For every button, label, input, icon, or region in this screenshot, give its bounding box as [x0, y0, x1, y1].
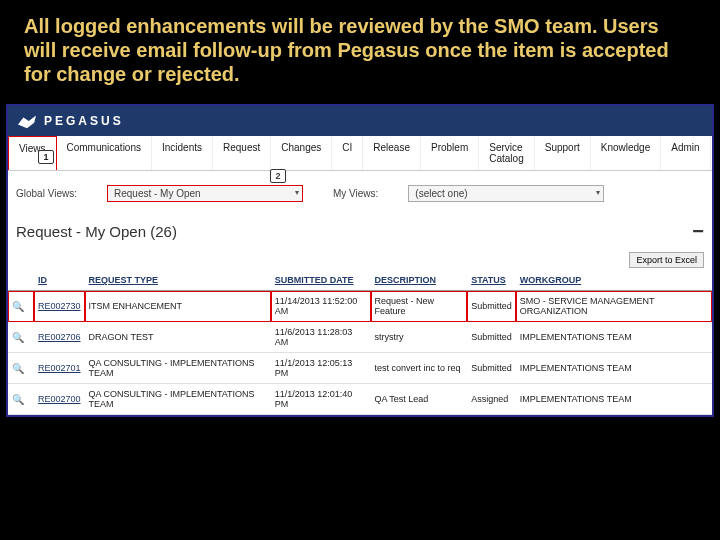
callout-1: 1: [38, 150, 54, 164]
tab-links[interactable]: Links: [711, 136, 720, 170]
export-bar: Export to Excel: [8, 247, 712, 270]
cell-type: QA CONSULTING - IMPLEMENTATIONS TEAM: [85, 384, 271, 415]
col-date[interactable]: SUBMITTED DATE: [271, 270, 371, 291]
table-row: 🔍RE002730ITSM ENHANCEMENT11/14/2013 11:5…: [8, 291, 712, 322]
section-header: Request - My Open (26) −: [8, 216, 712, 247]
collapse-icon[interactable]: −: [692, 220, 704, 243]
tab-incidents[interactable]: Incidents: [152, 136, 213, 170]
tab-request[interactable]: Request: [213, 136, 271, 170]
cell-date: 11/6/2013 11:28:03 AM: [271, 322, 371, 353]
col-status[interactable]: STATUS: [467, 270, 516, 291]
tab-support[interactable]: Support: [535, 136, 591, 170]
tab-release[interactable]: Release: [363, 136, 421, 170]
cell-workgroup: IMPLEMENTATIONS TEAM: [516, 353, 712, 384]
section-title-text: Request - My Open: [16, 223, 146, 240]
cell-desc: QA Test Lead: [371, 384, 468, 415]
request-id-link[interactable]: RE002730: [38, 301, 81, 311]
request-id-link[interactable]: RE002701: [38, 363, 81, 373]
tab-ci[interactable]: CI: [332, 136, 363, 170]
my-views-select[interactable]: (select one): [408, 185, 604, 202]
tab-knowledge[interactable]: Knowledge: [591, 136, 661, 170]
cell-workgroup: SMO - SERVICE MANAGEMENT ORGANIZATION: [516, 291, 712, 322]
pegasus-app: PEGASUS Views Communications Incidents R…: [6, 104, 714, 417]
requests-table: ID REQUEST TYPE SUBMITTED DATE DESCRIPTI…: [8, 270, 712, 415]
cell-type: QA CONSULTING - IMPLEMENTATIONS TEAM: [85, 353, 271, 384]
cell-workgroup: IMPLEMENTATIONS TEAM: [516, 384, 712, 415]
global-views-select[interactable]: Request - My Open: [107, 185, 303, 202]
callout-2: 2: [270, 169, 286, 183]
cell-status: Submitted: [467, 322, 516, 353]
request-id-link[interactable]: RE002706: [38, 332, 81, 342]
cell-type: DRAGON TEST: [85, 322, 271, 353]
tab-service-catalog[interactable]: Service Catalog: [479, 136, 534, 170]
col-id[interactable]: ID: [34, 270, 85, 291]
pegasus-logo: PEGASUS: [16, 112, 124, 130]
magnifier-icon[interactable]: 🔍: [12, 332, 24, 343]
cell-desc: test convert inc to req: [371, 353, 468, 384]
cell-status: Submitted: [467, 353, 516, 384]
table-row: 🔍RE002700QA CONSULTING - IMPLEMENTATIONS…: [8, 384, 712, 415]
col-icon: [8, 270, 34, 291]
page-description: All logged enhancements will be reviewed…: [0, 0, 720, 100]
cell-date: 11/1/2013 12:01:40 PM: [271, 384, 371, 415]
cell-desc: Request - New Feature: [371, 291, 468, 322]
global-views-label: Global Views:: [16, 188, 77, 199]
tab-problem[interactable]: Problem: [421, 136, 479, 170]
cell-type: ITSM ENHANCEMENT: [85, 291, 271, 322]
pegasus-icon: [16, 112, 38, 130]
cell-date: 11/14/2013 11:52:00 AM: [271, 291, 371, 322]
cell-desc: strystry: [371, 322, 468, 353]
cell-status: Assigned: [467, 384, 516, 415]
magnifier-icon[interactable]: 🔍: [12, 363, 24, 374]
col-desc[interactable]: DESCRIPTION: [371, 270, 468, 291]
col-workgroup[interactable]: WORKGROUP: [516, 270, 712, 291]
tab-changes[interactable]: Changes: [271, 136, 332, 170]
cell-status: Submitted: [467, 291, 516, 322]
col-type[interactable]: REQUEST TYPE: [85, 270, 271, 291]
table-header-row: ID REQUEST TYPE SUBMITTED DATE DESCRIPTI…: [8, 270, 712, 291]
brand-bar: PEGASUS: [8, 106, 712, 136]
section-count: (26): [150, 223, 177, 240]
export-excel-button[interactable]: Export to Excel: [629, 252, 704, 268]
tab-communications[interactable]: Communications: [57, 136, 152, 170]
cell-workgroup: IMPLEMENTATIONS TEAM: [516, 322, 712, 353]
my-views-label: My Views:: [333, 188, 378, 199]
view-filters: Global Views: Request - My Open My Views…: [8, 171, 712, 216]
table-row: 🔍RE002706DRAGON TEST11/6/2013 11:28:03 A…: [8, 322, 712, 353]
magnifier-icon[interactable]: 🔍: [12, 301, 24, 312]
table-row: 🔍RE002701QA CONSULTING - IMPLEMENTATIONS…: [8, 353, 712, 384]
brand-text: PEGASUS: [44, 114, 124, 128]
magnifier-icon[interactable]: 🔍: [12, 394, 24, 405]
cell-date: 11/1/2013 12:05:13 PM: [271, 353, 371, 384]
tab-admin[interactable]: Admin: [661, 136, 710, 170]
request-id-link[interactable]: RE002700: [38, 394, 81, 404]
main-tabs: Views Communications Incidents Request C…: [8, 136, 712, 171]
